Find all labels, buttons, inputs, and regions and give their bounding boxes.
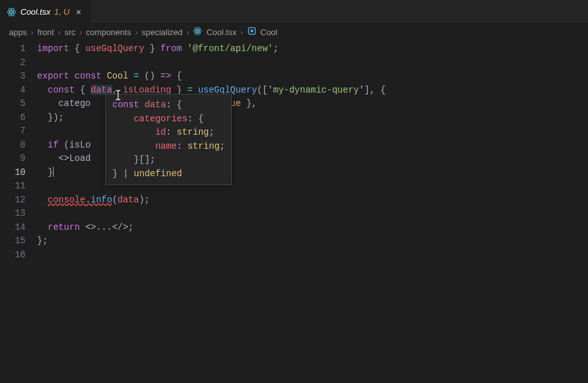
chevron-right-icon: › bbox=[135, 27, 137, 37]
code-line[interactable] bbox=[37, 248, 386, 262]
line-number: 12 bbox=[0, 193, 26, 207]
breadcrumb-item[interactable]: Cool.tsx bbox=[206, 27, 236, 37]
line-number: 1 bbox=[0, 42, 26, 56]
line-number: 10 bbox=[0, 166, 26, 180]
code-line[interactable] bbox=[37, 207, 386, 221]
type-hover-popup: const data: { categories: { id: string; … bbox=[105, 94, 232, 185]
breadcrumb-item[interactable]: front bbox=[38, 27, 54, 37]
hover-line: categories: { bbox=[112, 112, 225, 126]
line-number: 11 bbox=[0, 179, 26, 193]
breadcrumb-item[interactable]: specialized bbox=[142, 27, 183, 37]
code-line[interactable]: import { useGqlQuery } from '@front/api/… bbox=[37, 42, 386, 56]
line-number: 13 bbox=[0, 207, 26, 221]
breadcrumb: apps›front›src›components›specialized›Co… bbox=[0, 23, 588, 41]
breadcrumb-item[interactable]: apps bbox=[9, 27, 27, 37]
code-editor[interactable]: 12345678910111213141516 import { useGqlQ… bbox=[0, 41, 588, 262]
breadcrumb-item[interactable]: components bbox=[86, 27, 132, 37]
line-number: 14 bbox=[0, 221, 26, 235]
code-line[interactable] bbox=[37, 56, 386, 70]
hover-line: name: string; bbox=[112, 140, 225, 154]
line-number: 3 bbox=[0, 70, 26, 84]
hover-line: } | undefined bbox=[112, 167, 225, 181]
react-file-icon bbox=[6, 7, 17, 17]
chevron-right-icon: › bbox=[186, 27, 189, 37]
line-number: 5 bbox=[0, 97, 26, 111]
line-number: 15 bbox=[0, 234, 26, 248]
tab-modified-indicator: 1, U bbox=[54, 7, 70, 17]
breadcrumb-item[interactable]: Cool bbox=[260, 27, 278, 37]
react-file-icon bbox=[193, 26, 202, 38]
line-number: 9 bbox=[0, 152, 26, 166]
code-line[interactable]: console.info(data); bbox=[37, 193, 386, 207]
line-number: 8 bbox=[0, 139, 26, 153]
hover-line: }[]; bbox=[112, 153, 225, 167]
svg-rect-9 bbox=[250, 30, 253, 33]
hover-line: const data: { bbox=[112, 98, 225, 112]
line-number: 7 bbox=[0, 124, 26, 139]
line-number: 16 bbox=[0, 248, 26, 262]
hover-line: id: string; bbox=[112, 126, 225, 140]
svg-point-0 bbox=[11, 11, 13, 13]
editor-cursor bbox=[53, 167, 54, 177]
code-line[interactable]: }; bbox=[37, 234, 386, 248]
chevron-right-icon: › bbox=[58, 27, 61, 37]
code-line[interactable]: return <>...</>; bbox=[37, 221, 386, 235]
breadcrumb-item[interactable]: src bbox=[64, 27, 75, 37]
line-number: 6 bbox=[0, 111, 26, 125]
chevron-right-icon: › bbox=[79, 27, 82, 37]
tab-cool-tsx[interactable]: Cool.tsx 1, U × bbox=[0, 0, 91, 23]
line-number-gutter: 12345678910111213141516 bbox=[0, 42, 37, 262]
line-number: 4 bbox=[0, 84, 26, 98]
svg-point-4 bbox=[197, 30, 199, 32]
line-number: 2 bbox=[0, 56, 26, 70]
symbol-variable-icon bbox=[247, 26, 257, 38]
tab-filename: Cool.tsx bbox=[20, 7, 50, 17]
code-line[interactable]: export const Cool = () => { bbox=[37, 70, 386, 84]
tab-bar: Cool.tsx 1, U × bbox=[0, 0, 588, 23]
chevron-right-icon: › bbox=[240, 27, 243, 37]
chevron-right-icon: › bbox=[31, 27, 33, 37]
close-icon[interactable]: × bbox=[73, 6, 84, 17]
